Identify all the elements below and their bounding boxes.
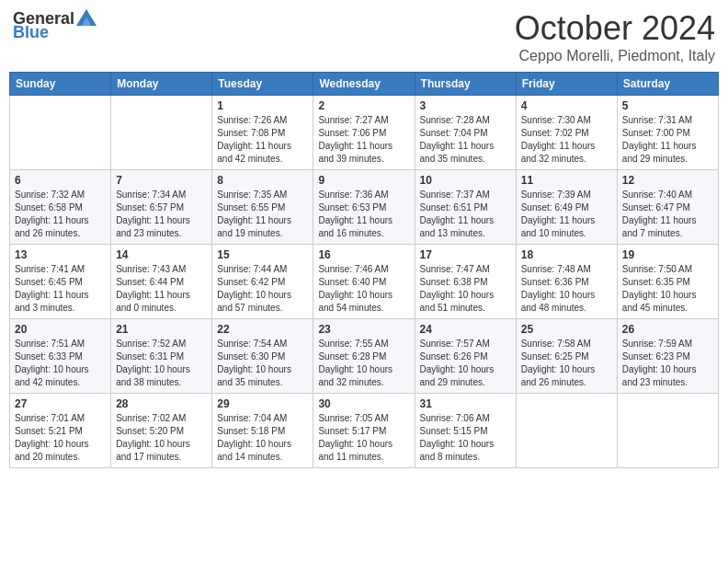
table-row: 10Sunrise: 7:37 AMSunset: 6:51 PMDayligh…	[415, 170, 516, 245]
table-row: 19Sunrise: 7:50 AMSunset: 6:35 PMDayligh…	[617, 245, 718, 319]
day-info: Sunrise: 7:47 AMSunset: 6:38 PMDaylight:…	[420, 263, 511, 315]
table-row: 6Sunrise: 7:32 AMSunset: 6:58 PMDaylight…	[10, 170, 111, 245]
day-info: Sunrise: 7:57 AMSunset: 6:26 PMDaylight:…	[420, 338, 511, 389]
day-number: 6	[15, 174, 106, 187]
table-row	[617, 394, 718, 468]
day-info: Sunrise: 7:59 AMSunset: 6:23 PMDaylight:…	[622, 338, 713, 389]
calendar-week-row: 13Sunrise: 7:41 AMSunset: 6:45 PMDayligh…	[10, 245, 719, 319]
day-number: 4	[521, 99, 612, 112]
day-info: Sunrise: 7:46 AMSunset: 6:40 PMDaylight:…	[318, 263, 409, 315]
table-row: 21Sunrise: 7:52 AMSunset: 6:31 PMDayligh…	[111, 319, 212, 394]
day-info: Sunrise: 7:48 AMSunset: 6:36 PMDaylight:…	[521, 263, 612, 315]
day-info: Sunrise: 7:01 AMSunset: 5:21 PMDaylight:…	[15, 412, 106, 464]
logo-icon	[76, 9, 97, 26]
day-number: 13	[15, 248, 106, 261]
table-row	[516, 394, 617, 468]
day-info: Sunrise: 7:04 AMSunset: 5:18 PMDaylight:…	[217, 412, 308, 464]
table-row: 11Sunrise: 7:39 AMSunset: 6:49 PMDayligh…	[516, 170, 617, 245]
calendar-week-row: 20Sunrise: 7:51 AMSunset: 6:33 PMDayligh…	[10, 319, 719, 394]
table-row: 16Sunrise: 7:46 AMSunset: 6:40 PMDayligh…	[313, 245, 415, 319]
table-row: 25Sunrise: 7:58 AMSunset: 6:25 PMDayligh…	[516, 319, 617, 394]
table-row: 7Sunrise: 7:34 AMSunset: 6:57 PMDaylight…	[111, 170, 212, 245]
day-info: Sunrise: 7:41 AMSunset: 6:45 PMDaylight:…	[15, 263, 106, 315]
table-row: 8Sunrise: 7:35 AMSunset: 6:55 PMDaylight…	[212, 170, 313, 245]
day-info: Sunrise: 7:39 AMSunset: 6:49 PMDaylight:…	[521, 189, 612, 240]
table-row: 14Sunrise: 7:43 AMSunset: 6:44 PMDayligh…	[111, 245, 212, 319]
day-number: 27	[15, 397, 106, 410]
day-info: Sunrise: 7:32 AMSunset: 6:58 PMDaylight:…	[15, 189, 106, 240]
day-info: Sunrise: 7:55 AMSunset: 6:28 PMDaylight:…	[318, 338, 409, 389]
logo: General Blue	[13, 9, 97, 42]
day-number: 18	[521, 248, 612, 261]
day-number: 2	[318, 99, 409, 112]
day-info: Sunrise: 7:28 AMSunset: 7:04 PMDaylight:…	[420, 114, 511, 166]
day-number: 29	[217, 397, 308, 410]
day-info: Sunrise: 7:51 AMSunset: 6:33 PMDaylight:…	[15, 338, 106, 389]
day-info: Sunrise: 7:44 AMSunset: 6:42 PMDaylight:…	[217, 263, 308, 315]
table-row: 20Sunrise: 7:51 AMSunset: 6:33 PMDayligh…	[10, 319, 111, 394]
day-number: 12	[622, 174, 713, 187]
table-row: 2Sunrise: 7:27 AMSunset: 7:06 PMDaylight…	[313, 96, 415, 170]
header-saturday: Saturday	[617, 73, 718, 96]
calendar-week-row: 1Sunrise: 7:26 AMSunset: 7:08 PMDaylight…	[10, 96, 719, 170]
table-row: 24Sunrise: 7:57 AMSunset: 6:26 PMDayligh…	[415, 319, 516, 394]
table-row	[111, 96, 212, 170]
day-info: Sunrise: 7:05 AMSunset: 5:17 PMDaylight:…	[318, 412, 409, 464]
day-info: Sunrise: 7:40 AMSunset: 6:47 PMDaylight:…	[622, 189, 713, 240]
table-row: 22Sunrise: 7:54 AMSunset: 6:30 PMDayligh…	[212, 319, 313, 394]
day-number: 17	[420, 248, 511, 261]
day-number: 23	[318, 323, 409, 336]
day-number: 15	[217, 248, 308, 261]
day-info: Sunrise: 7:52 AMSunset: 6:31 PMDaylight:…	[116, 338, 207, 389]
calendar-week-row: 27Sunrise: 7:01 AMSunset: 5:21 PMDayligh…	[10, 394, 719, 468]
day-number: 10	[420, 174, 511, 187]
table-row	[10, 96, 111, 170]
day-number: 26	[622, 323, 713, 336]
day-number: 19	[622, 248, 713, 261]
table-row: 12Sunrise: 7:40 AMSunset: 6:47 PMDayligh…	[617, 170, 718, 245]
day-number: 20	[15, 323, 106, 336]
day-number: 3	[420, 99, 511, 112]
day-info: Sunrise: 7:06 AMSunset: 5:15 PMDaylight:…	[420, 412, 511, 464]
header-friday: Friday	[516, 73, 617, 96]
table-row: 27Sunrise: 7:01 AMSunset: 5:21 PMDayligh…	[10, 394, 111, 468]
day-number: 7	[116, 174, 207, 187]
day-info: Sunrise: 7:36 AMSunset: 6:53 PMDaylight:…	[318, 189, 409, 240]
table-row: 3Sunrise: 7:28 AMSunset: 7:04 PMDaylight…	[415, 96, 516, 170]
table-row: 28Sunrise: 7:02 AMSunset: 5:20 PMDayligh…	[111, 394, 212, 468]
day-number: 8	[217, 174, 308, 187]
table-row: 1Sunrise: 7:26 AMSunset: 7:08 PMDaylight…	[212, 96, 313, 170]
header-sunday: Sunday	[10, 73, 111, 96]
day-info: Sunrise: 7:58 AMSunset: 6:25 PMDaylight:…	[521, 338, 612, 389]
day-number: 9	[318, 174, 409, 187]
day-number: 16	[318, 248, 409, 261]
day-number: 30	[318, 397, 409, 410]
day-info: Sunrise: 7:43 AMSunset: 6:44 PMDaylight:…	[116, 263, 207, 315]
table-row: 9Sunrise: 7:36 AMSunset: 6:53 PMDaylight…	[313, 170, 415, 245]
day-info: Sunrise: 7:34 AMSunset: 6:57 PMDaylight:…	[116, 189, 207, 240]
month-title: October 2024	[515, 9, 715, 48]
day-number: 11	[521, 174, 612, 187]
day-info: Sunrise: 7:35 AMSunset: 6:55 PMDaylight:…	[217, 189, 308, 240]
table-row: 5Sunrise: 7:31 AMSunset: 7:00 PMDaylight…	[617, 96, 718, 170]
logo-blue: Blue	[13, 23, 49, 42]
header-wednesday: Wednesday	[313, 73, 415, 96]
day-info: Sunrise: 7:30 AMSunset: 7:02 PMDaylight:…	[521, 114, 612, 166]
day-number: 22	[217, 323, 308, 336]
calendar-header-row: Sunday Monday Tuesday Wednesday Thursday…	[10, 73, 719, 96]
header-monday: Monday	[111, 73, 212, 96]
table-row: 4Sunrise: 7:30 AMSunset: 7:02 PMDaylight…	[516, 96, 617, 170]
table-row: 17Sunrise: 7:47 AMSunset: 6:38 PMDayligh…	[415, 245, 516, 319]
day-number: 5	[622, 99, 713, 112]
day-number: 14	[116, 248, 207, 261]
table-row: 18Sunrise: 7:48 AMSunset: 6:36 PMDayligh…	[516, 245, 617, 319]
day-info: Sunrise: 7:54 AMSunset: 6:30 PMDaylight:…	[217, 338, 308, 389]
day-number: 28	[116, 397, 207, 410]
day-number: 1	[217, 99, 308, 112]
day-info: Sunrise: 7:50 AMSunset: 6:35 PMDaylight:…	[622, 263, 713, 315]
header-tuesday: Tuesday	[212, 73, 313, 96]
day-info: Sunrise: 7:02 AMSunset: 5:20 PMDaylight:…	[116, 412, 207, 464]
title-section: October 2024 Ceppo Morelli, Piedmont, It…	[515, 9, 715, 64]
day-number: 31	[420, 397, 511, 410]
calendar-week-row: 6Sunrise: 7:32 AMSunset: 6:58 PMDaylight…	[10, 170, 719, 245]
